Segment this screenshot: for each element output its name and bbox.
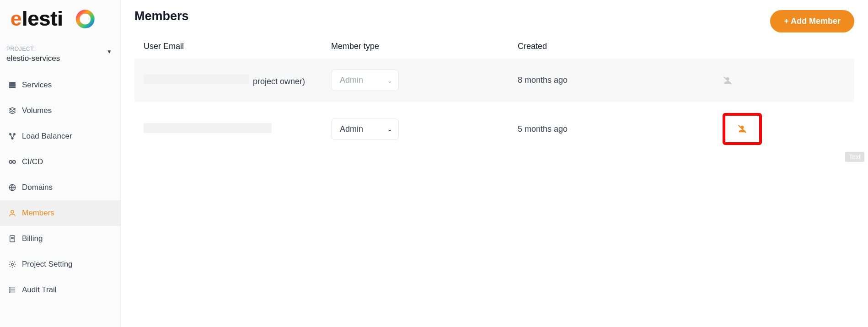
table-header: User Email Member type Created — [134, 37, 854, 59]
services-icon — [8, 81, 16, 89]
cicd-icon — [8, 158, 16, 166]
sidebar: elesti e lesti PROJECT: elestio-services… — [0, 0, 121, 327]
header-created: Created — [518, 42, 704, 51]
header-action — [704, 42, 845, 51]
sidebar-item-audit-trail[interactable]: Audit Trail — [0, 277, 120, 303]
members-icon — [8, 209, 16, 217]
cell-email — [144, 123, 331, 135]
billing-icon — [8, 235, 16, 243]
svg-point-24 — [9, 289, 10, 290]
sidebar-item-volumes[interactable]: Volumes — [0, 98, 120, 123]
table-row: project owner) Admin ⌄ 8 months ago — [134, 59, 854, 102]
member-type-select[interactable]: Admin ⌄ — [331, 118, 399, 140]
sidebar-item-load-balancer[interactable]: Load Balancer — [0, 123, 120, 149]
chevron-down-icon: ⌄ — [387, 77, 392, 84]
sidebar-nav: Services Volumes Load Balancer CI/CD Dom… — [0, 72, 120, 303]
cell-action — [704, 75, 845, 86]
svg-text:e: e — [11, 8, 22, 30]
sidebar-item-label: Audit Trail — [22, 285, 57, 295]
project-label: PROJECT: — [6, 46, 114, 52]
load-balancer-icon — [8, 132, 16, 140]
main-content: Members + Add Member User Email Member t… — [121, 0, 868, 327]
svg-point-23 — [9, 287, 10, 288]
member-type-select: Admin ⌄ — [331, 70, 399, 91]
sidebar-item-label: Load Balancer — [22, 132, 72, 141]
project-selector[interactable]: PROJECT: elestio-services ▼ — [0, 43, 120, 70]
sidebar-item-label: Services — [22, 80, 52, 90]
sidebar-item-label: Billing — [22, 234, 43, 243]
header-email: User Email — [144, 42, 331, 51]
redacted-email — [144, 74, 249, 84]
page-title: Members — [134, 9, 854, 23]
cell-type: Admin ⌄ — [331, 70, 518, 91]
gear-icon — [8, 260, 16, 268]
cell-type: Admin ⌄ — [331, 118, 518, 140]
members-table: User Email Member type Created project o… — [134, 37, 854, 156]
svg-rect-8 — [9, 86, 16, 88]
svg-point-13 — [13, 161, 16, 163]
sidebar-item-billing[interactable]: Billing — [0, 226, 120, 252]
cell-action — [704, 113, 845, 145]
cell-email: project owner) — [144, 74, 331, 86]
svg-point-19 — [11, 263, 14, 266]
domains-icon — [8, 183, 16, 192]
svg-text:lesti: lesti — [22, 8, 63, 30]
text-badge: Text — [845, 152, 864, 162]
sidebar-item-cicd[interactable]: CI/CD — [0, 149, 120, 175]
sidebar-item-services[interactable]: Services — [0, 72, 120, 98]
sidebar-item-label: Volumes — [22, 106, 52, 115]
svg-point-12 — [9, 161, 12, 163]
svg-rect-7 — [9, 85, 16, 86]
cell-created: 5 months ago — [518, 124, 704, 134]
sidebar-item-members[interactable]: Members — [0, 200, 120, 226]
sidebar-item-label: Members — [22, 209, 54, 218]
sidebar-item-label: Domains — [22, 183, 53, 192]
svg-point-5 — [78, 12, 92, 27]
svg-rect-6 — [9, 82, 16, 84]
audit-trail-icon — [8, 286, 16, 294]
remove-member-icon — [723, 75, 733, 86]
project-name: elestio-services — [6, 54, 114, 63]
chevron-down-icon: ▼ — [107, 48, 112, 55]
add-member-button[interactable]: + Add Member — [770, 10, 854, 32]
svg-point-25 — [9, 291, 10, 292]
svg-point-15 — [11, 210, 14, 213]
sidebar-item-domains[interactable]: Domains — [0, 175, 120, 200]
volumes-icon — [8, 107, 16, 115]
header-type: Member type — [331, 42, 518, 51]
sidebar-item-label: Project Setting — [22, 260, 73, 269]
elestio-logo: elesti e lesti — [10, 8, 102, 32]
sidebar-item-label: CI/CD — [22, 157, 43, 166]
chevron-down-icon: ⌄ — [387, 126, 392, 133]
redacted-email — [144, 123, 272, 133]
highlighted-remove-action — [723, 113, 762, 145]
remove-member-icon[interactable] — [737, 124, 747, 134]
table-row: Admin ⌄ 5 months ago — [134, 102, 854, 156]
sidebar-item-project-setting[interactable]: Project Setting — [0, 252, 120, 277]
cell-created: 8 months ago — [518, 75, 704, 85]
logo: elesti e lesti — [0, 4, 120, 43]
owner-tag: project owner) — [253, 77, 305, 86]
